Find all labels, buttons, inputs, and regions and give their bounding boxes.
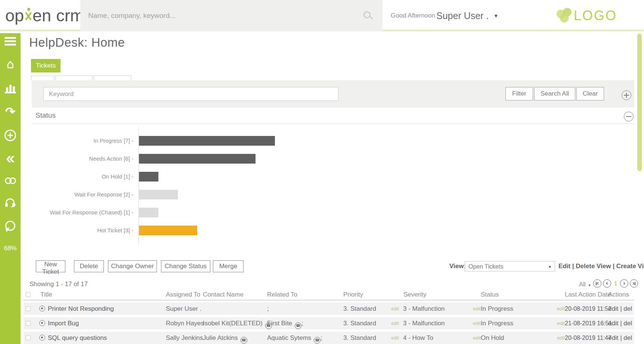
row-actions[interactable]: edit | del: [608, 303, 632, 315]
status-edit-link[interactable]: edit: [470, 303, 481, 315]
expand-plus-icon[interactable]: [622, 90, 631, 100]
ticket-title-link[interactable]: SQL query questions: [48, 332, 107, 344]
clover-icon: [557, 8, 573, 24]
view-select[interactable]: Open Tickets ▼: [465, 261, 555, 272]
chart-category-label: Wait For Response (Chased) [1]: [32, 208, 133, 217]
new-ticket-button[interactable]: New Ticket: [36, 260, 65, 272]
status-edit-link[interactable]: edit: [470, 317, 481, 329]
user-name: Super User .: [436, 10, 489, 21]
sidebar-item-collapse[interactable]: «: [0, 152, 21, 164]
ticket-preview-icon[interactable]: [39, 335, 45, 341]
tab-stub[interactable]: [94, 75, 131, 80]
sidebar-item-actions[interactable]: ↷: [0, 106, 21, 118]
related-to: Aquatic Sytems☎;: [267, 332, 322, 344]
sidebar-item-add[interactable]: [0, 130, 21, 141]
edit-view-link[interactable]: Edit: [558, 263, 570, 270]
double-chevron-left-icon: «: [6, 152, 14, 164]
linked-circles-icon: [5, 177, 16, 184]
ticket-title-link[interactable]: Printer Not Responding: [48, 303, 114, 315]
table-row: Printer Not RespondingSuper User .;3. St…: [24, 303, 634, 315]
brand-logo-text: LOGO: [574, 8, 617, 24]
column-header-actions: Actions: [608, 289, 629, 300]
pagination-last-button[interactable]: ›: [630, 279, 638, 288]
related-to-link[interactable]: First Bite: [267, 320, 292, 327]
view-links: Edit | Delete View | Create View: [558, 263, 644, 270]
row-checkbox[interactable]: [26, 321, 31, 326]
chart-bar[interactable]: [139, 190, 178, 199]
chart-category-label: Needs Action [6]: [32, 154, 133, 164]
assigned-to[interactable]: Sally Jenkins: [166, 332, 203, 344]
search-all-button[interactable]: Search All: [534, 87, 575, 100]
clear-button[interactable]: Clear: [576, 87, 604, 100]
sidebar-item-home[interactable]: ⌂: [0, 58, 21, 70]
tab-stub[interactable]: [55, 75, 93, 80]
phone-icon[interactable]: ☎: [295, 322, 301, 329]
contact-name-link[interactable]: Isobel Kit(DELETED): [203, 320, 263, 327]
severity-edit-link[interactable]: edit: [388, 332, 399, 344]
ticket-preview-icon[interactable]: [39, 320, 45, 326]
pagination-current-page: 1: [614, 280, 617, 286]
page-size-value: All: [579, 281, 586, 288]
sidebar-nav: ⌂ ↷ « 68%: [0, 33, 21, 344]
related-to-link[interactable]: Aquatic Sytems: [267, 334, 311, 341]
vertical-scrollbar-thumb[interactable]: [637, 34, 642, 171]
row-checkbox[interactable]: [26, 306, 31, 311]
sidebar-item-linked-records[interactable]: [0, 177, 21, 184]
filter-button[interactable]: Filter: [505, 87, 533, 100]
pagination-first-button[interactable]: ‹: [593, 279, 601, 288]
chart-bar[interactable]: [139, 154, 256, 164]
view-label: View:: [449, 263, 466, 270]
related-to-link[interactable]: ;: [267, 305, 269, 312]
assigned-to[interactable]: Super User .: [166, 303, 201, 315]
severity-edit-link[interactable]: edit: [388, 317, 399, 329]
phone-icon[interactable]: ☎: [314, 337, 321, 344]
top-header: opencrm Good Afternoon Super User . ▼ LO…: [0, 0, 644, 31]
user-menu[interactable]: Super User . ▼: [436, 0, 498, 31]
date-edit-link[interactable]: edit: [554, 317, 565, 329]
search-icon[interactable]: [363, 11, 371, 18]
pagination-prev-button[interactable]: ‹: [603, 279, 611, 288]
create-view-link[interactable]: Create View: [616, 263, 644, 270]
chart-category-label: Hot Ticket [3]: [32, 226, 133, 235]
chart-bar[interactable]: [139, 226, 197, 235]
related-to: ;: [267, 303, 269, 315]
merge-button[interactable]: Merge: [213, 260, 244, 272]
change-owner-button[interactable]: Change Owner: [108, 260, 157, 272]
chart-bar[interactable]: [139, 136, 275, 146]
page-size-select[interactable]: All▼: [579, 281, 591, 288]
status-edit-link[interactable]: edit: [470, 332, 481, 344]
priority-value: 3. Standard: [343, 303, 376, 315]
row-actions[interactable]: edit | del: [608, 317, 632, 329]
keyword-input[interactable]: [43, 87, 338, 101]
sidebar-item-support[interactable]: [0, 198, 21, 208]
severity-edit-link[interactable]: edit: [388, 303, 399, 315]
sidebar-item-chat[interactable]: [0, 221, 21, 231]
tab-stub[interactable]: [31, 75, 54, 80]
date-edit-link[interactable]: edit: [554, 303, 565, 315]
global-search-input[interactable]: [80, 0, 357, 31]
priority-value: 3. Standard: [343, 317, 376, 329]
chevron-down-icon: ▼: [588, 283, 591, 287]
date-edit-link[interactable]: edit: [554, 332, 565, 344]
ticket-preview-icon[interactable]: [39, 306, 45, 312]
delete-button[interactable]: Delete: [74, 260, 104, 272]
row-checkbox[interactable]: [26, 335, 31, 340]
severity-value: 4 - How To: [403, 332, 433, 344]
row-actions[interactable]: edit | del: [608, 332, 632, 344]
sidebar-item-reports[interactable]: [0, 83, 21, 93]
assigned-to[interactable]: Robyn Hayes: [166, 317, 204, 329]
change-status-button[interactable]: Change Status: [161, 260, 210, 272]
chart-bar[interactable]: [139, 172, 158, 182]
link-separator: |: [570, 263, 576, 270]
sidebar-item-menu[interactable]: [0, 37, 21, 47]
collapse-minus-icon[interactable]: [624, 112, 634, 121]
contact-name-link[interactable]: Julie Atckins: [203, 334, 238, 341]
delete-view-link[interactable]: Delete View: [576, 263, 611, 270]
chart-bar[interactable]: [139, 208, 158, 217]
phone-icon[interactable]: ☎: [241, 337, 247, 344]
pagination-next-button[interactable]: ›: [620, 279, 628, 288]
tab-tickets[interactable]: Tickets: [31, 59, 61, 72]
table-row: Import BugRobyn HayesIsobel Kit(DELETED)…: [24, 317, 634, 329]
app-logo-text-op: op: [5, 6, 24, 25]
ticket-title-link[interactable]: Import Bug: [48, 317, 79, 329]
